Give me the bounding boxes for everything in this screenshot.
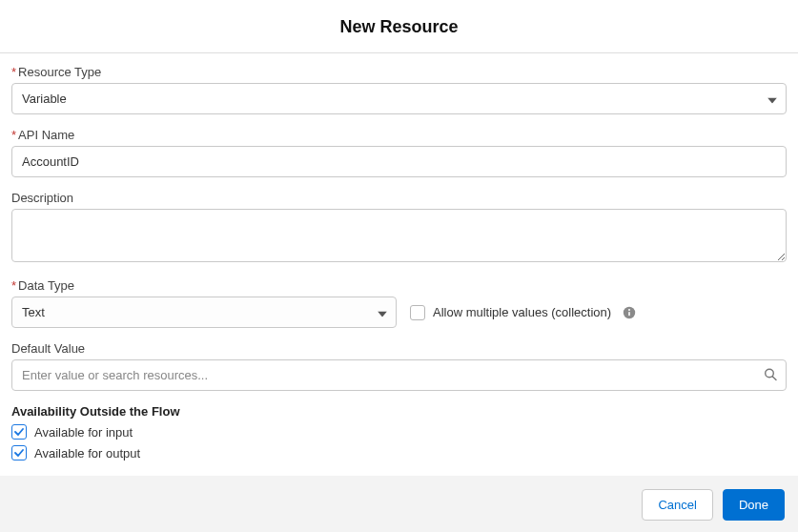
chevron-down-icon: [378, 305, 387, 319]
svg-rect-1: [628, 312, 630, 316]
data-type-select-wrap: Text: [11, 297, 397, 328]
availability-heading: Availability Outside the Flow: [11, 404, 787, 419]
allow-multiple-checkbox[interactable]: [410, 305, 425, 320]
default-value-group: Default Value: [11, 341, 787, 391]
dialog-footer: Cancel Done: [0, 476, 798, 532]
resource-type-label-row: *Resource Type: [11, 65, 787, 79]
available-for-input-row: Available for input: [11, 424, 787, 440]
available-for-output-label: Available for output: [34, 446, 140, 460]
resource-type-label: Resource Type: [18, 65, 101, 79]
api-name-label: API Name: [18, 128, 74, 142]
description-group: Description: [11, 191, 787, 265]
resource-type-value: Variable: [22, 92, 67, 106]
info-icon[interactable]: [623, 306, 636, 319]
resource-type-select-wrap: Variable: [11, 83, 787, 114]
search-icon: [764, 367, 777, 383]
dialog-header: New Resource: [0, 0, 798, 52]
dialog-title: New Resource: [0, 17, 798, 37]
done-button[interactable]: Done: [723, 489, 785, 521]
description-label: Description: [11, 191, 787, 205]
chevron-down-icon: [767, 92, 777, 106]
default-value-label: Default Value: [11, 341, 787, 356]
default-value-input[interactable]: [11, 359, 787, 391]
api-name-label-row: *API Name: [11, 128, 787, 142]
form-body: *Resource Type Variable *API Name Descri…: [0, 53, 798, 466]
resource-type-select[interactable]: Variable: [11, 83, 787, 114]
description-textarea[interactable]: [11, 209, 787, 262]
available-for-output-row: Available for output: [11, 445, 787, 460]
required-indicator: *: [11, 65, 16, 79]
required-indicator: *: [11, 128, 16, 142]
available-for-input-checkbox[interactable]: [11, 424, 27, 440]
available-for-output-checkbox[interactable]: [11, 445, 27, 460]
api-name-group: *API Name: [11, 128, 787, 177]
data-type-select[interactable]: Text: [11, 297, 397, 328]
cancel-button[interactable]: Cancel: [642, 489, 712, 521]
availability-list: Available for input Available for output: [11, 424, 787, 460]
available-for-input-label: Available for input: [34, 425, 133, 440]
allow-multiple-label: Allow multiple values (collection): [433, 305, 611, 319]
svg-point-2: [628, 309, 630, 311]
svg-line-4: [772, 376, 776, 379]
data-type-group: *Data Type Text Allow multiple values (c…: [11, 278, 787, 328]
data-type-label: Data Type: [18, 278, 74, 293]
required-indicator: *: [11, 278, 16, 293]
data-type-value: Text: [22, 305, 45, 319]
api-name-input[interactable]: [11, 146, 787, 177]
default-value-input-wrap: [11, 359, 787, 391]
resource-type-group: *Resource Type Variable: [11, 65, 787, 114]
availability-section: Availability Outside the Flow Available …: [11, 404, 787, 460]
allow-multiple-row: Allow multiple values (collection): [410, 305, 636, 320]
data-type-row: Text Allow multiple values (collection): [11, 297, 787, 328]
data-type-label-row: *Data Type: [11, 278, 787, 293]
